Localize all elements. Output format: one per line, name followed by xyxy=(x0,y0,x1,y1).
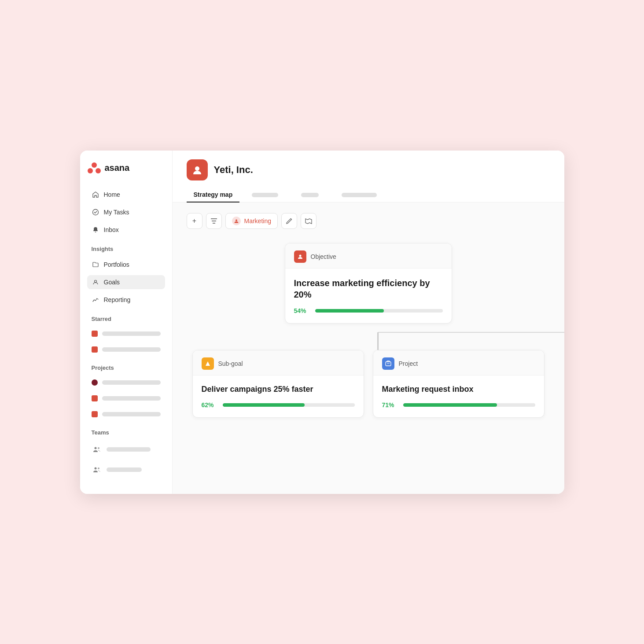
project-progress-track xyxy=(403,403,535,407)
project-bar-2 xyxy=(102,396,161,401)
project-title: Marketing request inbox xyxy=(382,384,535,394)
team-avatar-1 xyxy=(92,444,102,455)
svg-point-9 xyxy=(195,166,199,171)
sidebar-item-goals-label: Goals xyxy=(104,279,120,286)
sidebar-item-home-label: Home xyxy=(104,191,120,198)
project-card: Project Marketing request inbox 71% xyxy=(373,350,545,418)
workspace-header: Yeti, Inc. xyxy=(187,159,550,180)
asana-logo-icon xyxy=(87,161,101,175)
sub-goal-progress: 62% xyxy=(202,401,355,408)
team-bar-1 xyxy=(107,447,151,452)
project-card-body: Marketing request inbox 71% xyxy=(373,375,544,417)
sidebar-item-home[interactable]: Home xyxy=(87,188,165,202)
sidebar-item-reporting[interactable]: Reporting xyxy=(87,293,165,307)
svg-point-8 xyxy=(98,467,99,469)
sub-goal-card: Sub-goal Deliver campaigns 25% faster 62… xyxy=(192,350,364,418)
sub-goal-type-label: Sub-goal xyxy=(218,360,243,367)
svg-point-7 xyxy=(94,467,96,469)
workspace-avatar xyxy=(187,159,208,180)
person-circle-icon xyxy=(92,278,99,286)
project-progress-label: 71% xyxy=(382,401,398,408)
main-content: Yeti, Inc. Strategy map xyxy=(173,151,564,494)
sidebar-item-inbox-label: Inbox xyxy=(104,226,119,233)
tab-placeholder-3 xyxy=(301,193,319,197)
home-icon xyxy=(92,191,99,199)
sub-goal-progress-fill xyxy=(223,403,305,407)
tab-3[interactable] xyxy=(291,188,329,202)
objective-title: Increase marketing efficiency by 20% xyxy=(294,277,443,300)
svg-point-13 xyxy=(236,219,237,221)
sub-goal-title: Deliver campaigns 25% faster xyxy=(202,384,355,394)
svg-point-6 xyxy=(98,447,99,449)
objective-progress: 54% xyxy=(294,307,443,314)
workspace-name: Yeti, Inc. xyxy=(214,164,253,176)
svg-point-2 xyxy=(96,168,101,173)
sub-goal-progress-label: 62% xyxy=(202,401,217,408)
canvas-area: + Marketing xyxy=(173,202,564,494)
teams-section-label: Teams xyxy=(87,429,165,436)
sub-goal-card-header: Sub-goal xyxy=(193,350,364,375)
starred-item-1[interactable] xyxy=(87,328,165,340)
child-cards-row: Sub-goal Deliver campaigns 25% faster 62… xyxy=(188,350,549,418)
svg-point-14 xyxy=(299,254,301,257)
tab-placeholder-4 xyxy=(342,193,377,197)
team-bar-2 xyxy=(107,467,142,472)
sidebar-item-portfolios-label: Portfolios xyxy=(104,261,129,268)
objective-progress-label: 54% xyxy=(294,307,310,314)
project-card-header: Project xyxy=(373,350,544,375)
pencil-button[interactable] xyxy=(281,213,297,229)
sub-goal-card-body: Deliver campaigns 25% faster 62% xyxy=(193,375,364,417)
sidebar: asana Home My Tasks Inbox Insights xyxy=(80,151,173,494)
starred-bar-2 xyxy=(102,347,161,352)
bell-icon xyxy=(92,226,99,234)
tab-4[interactable] xyxy=(331,188,387,202)
sidebar-logo: asana xyxy=(87,161,165,175)
objective-type-icon xyxy=(294,250,306,263)
objective-progress-track xyxy=(315,309,443,313)
objective-card: Objective Increase marketing efficiency … xyxy=(285,243,452,324)
folder-icon xyxy=(92,261,99,269)
marketing-tag-icon xyxy=(232,217,241,225)
marketing-filter-tag[interactable]: Marketing xyxy=(225,213,278,229)
project-item-1[interactable] xyxy=(87,376,165,389)
objective-card-body: Increase marketing efficiency by 20% 54% xyxy=(285,269,452,323)
sidebar-item-reporting-label: Reporting xyxy=(104,296,131,303)
sidebar-item-inbox[interactable]: Inbox xyxy=(87,223,165,237)
starred-bar-1 xyxy=(102,331,161,336)
project-item-3[interactable] xyxy=(87,408,165,420)
sidebar-item-portfolios[interactable]: Portfolios xyxy=(87,258,165,272)
project-item-2[interactable] xyxy=(87,392,165,405)
logo-text: asana xyxy=(105,163,130,173)
svg-point-0 xyxy=(92,162,97,168)
starred-dot-2 xyxy=(92,346,98,353)
project-type-icon xyxy=(382,357,394,370)
project-progress: 71% xyxy=(382,401,535,408)
starred-item-2[interactable] xyxy=(87,343,165,356)
sidebar-item-my-tasks[interactable]: My Tasks xyxy=(87,205,165,219)
objective-progress-fill xyxy=(315,309,384,313)
team-item-2[interactable] xyxy=(87,461,165,478)
filter-button[interactable] xyxy=(206,213,222,229)
objective-card-header: Objective xyxy=(285,243,452,269)
map-view-button[interactable] xyxy=(301,213,316,229)
tab-strategy-map[interactable]: Strategy map xyxy=(187,188,240,202)
team-item-1[interactable] xyxy=(87,441,165,458)
connector-lines xyxy=(285,324,452,350)
starred-section-label: Starred xyxy=(87,316,165,322)
svg-point-3 xyxy=(92,209,98,215)
sub-goal-type-icon xyxy=(202,357,214,370)
project-dot-1 xyxy=(92,379,98,386)
projects-section-label: Projects xyxy=(87,364,165,371)
app-window: asana Home My Tasks Inbox Insights xyxy=(80,151,564,494)
toolbar: + Marketing xyxy=(187,213,550,229)
check-circle-icon xyxy=(92,208,99,216)
objective-type-label: Objective xyxy=(311,253,336,260)
tab-2[interactable] xyxy=(241,188,289,202)
tab-placeholder-2 xyxy=(252,193,278,197)
project-bar-3 xyxy=(102,412,161,416)
sidebar-item-goals[interactable]: Goals xyxy=(87,275,165,289)
project-type-label: Project xyxy=(399,360,418,367)
add-button[interactable]: + xyxy=(187,213,202,229)
project-progress-fill xyxy=(403,403,497,407)
svg-point-5 xyxy=(94,447,96,449)
